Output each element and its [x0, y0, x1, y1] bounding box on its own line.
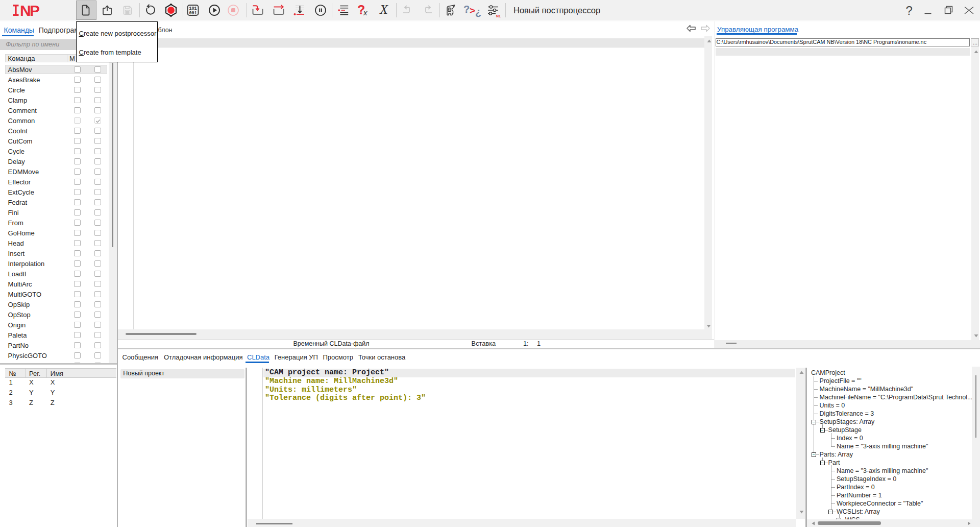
svg-text:NP: NP [20, 2, 40, 19]
svg-text:N1: N1 [496, 14, 501, 18]
svg-text:001: 001 [189, 11, 197, 16]
